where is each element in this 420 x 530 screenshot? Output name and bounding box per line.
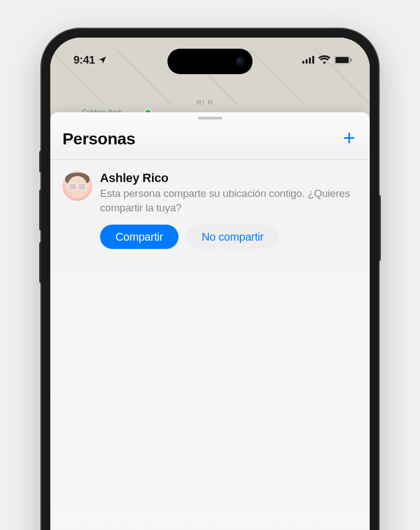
share-button[interactable]: Compartir bbox=[100, 225, 179, 249]
wifi-icon bbox=[318, 55, 330, 64]
avatar-glasses-icon bbox=[69, 183, 86, 189]
location-arrow-icon bbox=[98, 55, 107, 65]
svg-rect-2 bbox=[309, 58, 311, 64]
sheet-header: Personas + bbox=[50, 119, 370, 160]
svg-rect-6 bbox=[351, 58, 352, 61]
plus-icon: + bbox=[343, 126, 355, 149]
add-person-button[interactable]: + bbox=[341, 127, 358, 150]
svg-rect-1 bbox=[306, 59, 308, 64]
sheet-title: Personas bbox=[62, 129, 135, 148]
svg-rect-5 bbox=[335, 57, 349, 63]
person-name: Ashley Rico bbox=[100, 171, 358, 185]
side-button bbox=[379, 195, 381, 261]
svg-rect-0 bbox=[302, 61, 305, 64]
front-camera-icon bbox=[236, 57, 245, 66]
person-text: Ashley Rico Esta persona comparte su ubi… bbox=[100, 171, 358, 215]
battery-icon bbox=[334, 56, 352, 64]
share-buttons-row: Compartir No compartir bbox=[50, 215, 370, 249]
avatar bbox=[62, 171, 92, 201]
person-row[interactable]: Ashley Rico Esta persona comparte su ubi… bbox=[50, 160, 370, 215]
status-time: 9:41 bbox=[74, 54, 95, 66]
status-right bbox=[302, 55, 352, 64]
people-sheet: Personas + Ashley Rico Esta persona comp… bbox=[50, 112, 370, 530]
map-road-label: RI R bbox=[197, 98, 213, 107]
cellular-icon bbox=[302, 56, 314, 64]
dont-share-button[interactable]: No compartir bbox=[186, 225, 279, 249]
phone-frame: Cubbon Park RI R 9:41 bbox=[41, 29, 379, 530]
dynamic-island bbox=[167, 49, 253, 74]
status-left: 9:41 bbox=[74, 54, 107, 66]
screen: Cubbon Park RI R 9:41 bbox=[50, 38, 370, 530]
person-subtitle: Esta persona comparte su ubicación conti… bbox=[100, 186, 358, 215]
svg-rect-3 bbox=[312, 56, 314, 64]
